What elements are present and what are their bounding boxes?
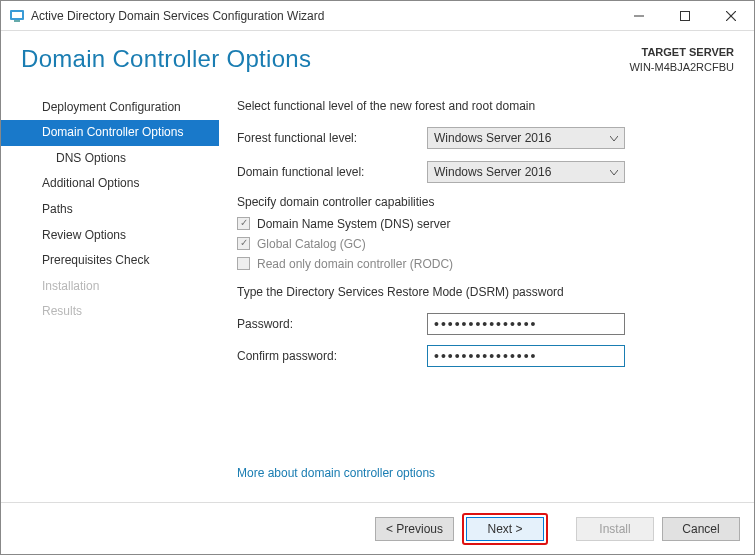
- confirm-password-label: Confirm password:: [237, 349, 427, 363]
- wizard-window: Active Directory Domain Services Configu…: [0, 0, 755, 555]
- cancel-button[interactable]: Cancel: [662, 517, 740, 541]
- previous-button[interactable]: < Previous: [375, 517, 454, 541]
- forest-level-label: Forest functional level:: [237, 131, 427, 145]
- wizard-body: Deployment Configuration Domain Controll…: [1, 81, 754, 502]
- chevron-down-icon: [610, 131, 618, 145]
- rodc-checkbox-label: Read only domain controller (RODC): [257, 257, 453, 271]
- chevron-down-icon: [610, 165, 618, 179]
- close-button[interactable]: [708, 1, 754, 30]
- capabilities-label: Specify domain controller capabilities: [237, 195, 728, 209]
- minimize-button[interactable]: [616, 1, 662, 30]
- title-bar: Active Directory Domain Services Configu…: [1, 1, 754, 31]
- domain-level-label: Domain functional level:: [237, 165, 427, 179]
- target-server-name: WIN-M4BJA2RCFBU: [629, 60, 734, 75]
- next-button-highlight: Next >: [462, 513, 548, 545]
- dns-checkbox: [237, 217, 250, 230]
- content-pane: Select functional level of the new fores…: [219, 91, 754, 502]
- nav-dns-options[interactable]: DNS Options: [1, 146, 219, 172]
- dns-checkbox-row: Domain Name System (DNS) server: [237, 217, 728, 231]
- nav-results: Results: [1, 299, 219, 325]
- app-icon: [9, 8, 25, 24]
- maximize-button[interactable]: [662, 1, 708, 30]
- rodc-checkbox-row: Read only domain controller (RODC): [237, 257, 728, 271]
- nav-domain-controller-options[interactable]: Domain Controller Options: [1, 120, 219, 146]
- confirm-password-input[interactable]: •••••••••••••••: [427, 345, 625, 367]
- forest-level-row: Forest functional level: Windows Server …: [237, 127, 728, 149]
- rodc-checkbox: [237, 257, 250, 270]
- nav-paths[interactable]: Paths: [1, 197, 219, 223]
- domain-level-select[interactable]: Windows Server 2016: [427, 161, 625, 183]
- password-label: Password:: [237, 317, 427, 331]
- nav-sidebar: Deployment Configuration Domain Controll…: [1, 91, 219, 502]
- password-input[interactable]: •••••••••••••••: [427, 313, 625, 335]
- nav-deployment-configuration[interactable]: Deployment Configuration: [1, 95, 219, 121]
- svg-rect-1: [12, 12, 22, 18]
- domain-level-row: Domain functional level: Windows Server …: [237, 161, 728, 183]
- next-button[interactable]: Next >: [466, 517, 544, 541]
- gc-checkbox-label: Global Catalog (GC): [257, 237, 366, 251]
- nav-review-options[interactable]: Review Options: [1, 223, 219, 249]
- domain-level-value: Windows Server 2016: [434, 165, 551, 179]
- more-info-link[interactable]: More about domain controller options: [237, 466, 435, 480]
- page-title: Domain Controller Options: [21, 45, 629, 73]
- nav-additional-options[interactable]: Additional Options: [1, 171, 219, 197]
- target-server-info: TARGET SERVER WIN-M4BJA2RCFBU: [629, 45, 734, 75]
- target-server-label: TARGET SERVER: [629, 45, 734, 60]
- window-controls: [616, 1, 754, 30]
- nav-prerequisites-check[interactable]: Prerequisites Check: [1, 248, 219, 274]
- password-row: Password: •••••••••••••••: [237, 313, 728, 335]
- gc-checkbox: [237, 237, 250, 250]
- page-header: Domain Controller Options TARGET SERVER …: [1, 31, 754, 81]
- install-button: Install: [576, 517, 654, 541]
- dsrm-intro: Type the Directory Services Restore Mode…: [237, 285, 728, 299]
- svg-rect-4: [681, 11, 690, 20]
- gc-checkbox-row: Global Catalog (GC): [237, 237, 728, 251]
- window-title: Active Directory Domain Services Configu…: [31, 9, 616, 23]
- forest-level-select[interactable]: Windows Server 2016: [427, 127, 625, 149]
- nav-installation: Installation: [1, 274, 219, 300]
- forest-level-value: Windows Server 2016: [434, 131, 551, 145]
- confirm-password-row: Confirm password: •••••••••••••••: [237, 345, 728, 367]
- svg-rect-2: [14, 20, 20, 22]
- dns-checkbox-label: Domain Name System (DNS) server: [257, 217, 450, 231]
- intro-text: Select functional level of the new fores…: [237, 99, 728, 113]
- footer-bar: < Previous Next > Install Cancel: [1, 502, 754, 554]
